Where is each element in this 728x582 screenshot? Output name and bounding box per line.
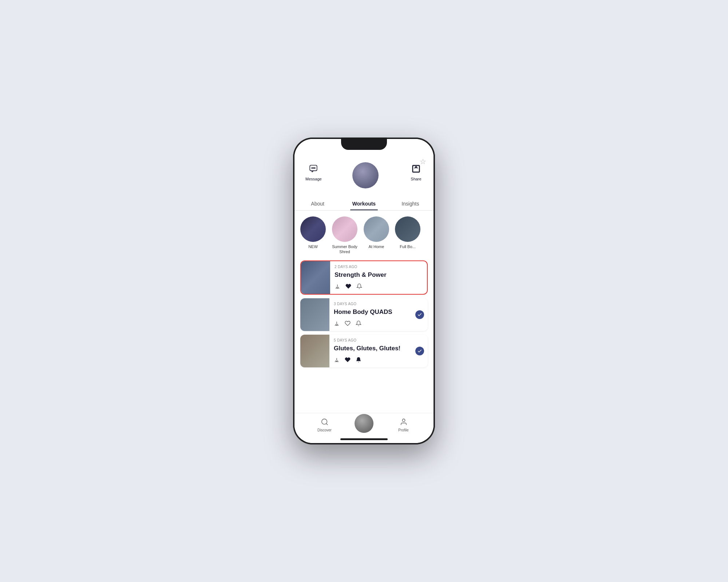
tab-workouts[interactable]: Workouts: [341, 197, 387, 210]
nav-item-discover[interactable]: Discover: [294, 417, 355, 432]
avatar-image: [352, 162, 379, 188]
workout-title-glutes: Glutes, Glutes, Glutes!: [334, 345, 423, 352]
bell-icon-strength[interactable]: [356, 283, 362, 290]
tab-insights[interactable]: Insights: [387, 197, 434, 210]
bottom-nav: Discover Profile: [294, 413, 434, 443]
heart-icon-homebody[interactable]: [345, 320, 351, 327]
tab-about[interactable]: About: [294, 197, 341, 210]
circle-full-body[interactable]: Full Bo...: [395, 216, 420, 255]
discover-label: Discover: [317, 428, 332, 432]
circle-fullbody-image: [395, 216, 420, 242]
profile-icon: [399, 417, 409, 427]
phone-device: ☆: [293, 137, 435, 445]
circle-new[interactable]: NEW: [300, 216, 326, 255]
workout-actions-glutes: [334, 357, 423, 364]
workout-thumb-homebody: [300, 298, 329, 331]
message-button[interactable]: Message: [305, 162, 322, 181]
phone-screen: ☆: [294, 139, 434, 443]
circle-new-label: NEW: [308, 244, 318, 249]
workout-actions-strength: [335, 283, 423, 290]
circle-fullbody-label: Full Bo...: [400, 244, 415, 249]
svg-line-8: [326, 423, 328, 425]
circle-summer-label: Summer Body Shred: [332, 244, 358, 255]
svg-point-3: [314, 168, 315, 168]
nav-center-avatar[interactable]: [355, 414, 373, 433]
workout-card-home-body-quads[interactable]: 3 DAYS AGO Home Body QUADS: [300, 298, 428, 331]
avatar: [352, 162, 379, 188]
workout-date-glutes: 5 DAYS AGO: [334, 338, 423, 342]
workout-info-homebody: 3 DAYS AGO Home Body QUADS: [329, 298, 428, 331]
discover-icon: [320, 417, 330, 427]
svg-point-2: [313, 168, 314, 168]
workout-thumb-glutes: [300, 335, 329, 367]
check-badge-glutes: [415, 347, 424, 355]
workout-card-glutes[interactable]: 5 DAYS AGO Glutes, Glutes, Glutes!: [300, 335, 428, 367]
message-label: Message: [305, 177, 322, 181]
svg-point-9: [402, 419, 405, 422]
circle-new-image: [300, 216, 326, 242]
circle-summer-body-shred[interactable]: Summer Body Shred: [332, 216, 358, 255]
workout-card-strength-power[interactable]: 2 DAYS AGO Strength & Power: [300, 260, 428, 295]
message-icon: [307, 162, 320, 175]
workout-title-homebody: Home Body QUADS: [334, 308, 423, 316]
bell-icon-glutes[interactable]: [356, 357, 361, 364]
workout-thumb-strength: [301, 261, 330, 294]
workout-date-strength: 2 DAYS AGO: [335, 265, 423, 269]
circle-at-home[interactable]: At Home: [364, 216, 389, 255]
tabs: About Workouts Insights: [294, 197, 434, 211]
workout-info-strength: 2 DAYS AGO Strength & Power: [330, 261, 427, 294]
workout-info-glutes: 5 DAYS AGO Glutes, Glutes, Glutes!: [329, 335, 428, 367]
workout-date-homebody: 3 DAYS AGO: [334, 302, 423, 306]
workout-actions-homebody: [334, 320, 423, 327]
circle-summer-image: [332, 216, 357, 242]
workout-circles: NEW Summer Body Shred At Home: [294, 211, 434, 258]
download-icon-homebody[interactable]: [334, 320, 340, 327]
nav-item-profile[interactable]: Profile: [373, 417, 434, 432]
workout-title-strength: Strength & Power: [335, 271, 423, 279]
screen-content: Message: [294, 155, 434, 413]
download-icon-glutes[interactable]: [334, 357, 340, 364]
circle-athome-label: At Home: [369, 244, 384, 249]
svg-point-1: [312, 168, 312, 168]
notch: [341, 137, 387, 150]
heart-icon-strength[interactable]: [345, 283, 351, 290]
profile-actions: Message: [294, 162, 434, 188]
workout-list: 2 DAYS AGO Strength & Power: [294, 258, 434, 373]
favorite-button[interactable]: ☆: [420, 157, 426, 166]
share-label: Share: [411, 177, 421, 181]
download-icon-strength[interactable]: [335, 283, 340, 290]
check-badge-homebody: [415, 310, 424, 319]
svg-point-7: [321, 419, 327, 424]
heart-icon-glutes[interactable]: [345, 357, 351, 364]
profile-section: Message: [294, 155, 434, 211]
circle-athome-image: [364, 216, 389, 242]
bell-icon-homebody[interactable]: [356, 320, 361, 327]
profile-label: Profile: [398, 428, 408, 432]
home-indicator: [340, 438, 388, 440]
